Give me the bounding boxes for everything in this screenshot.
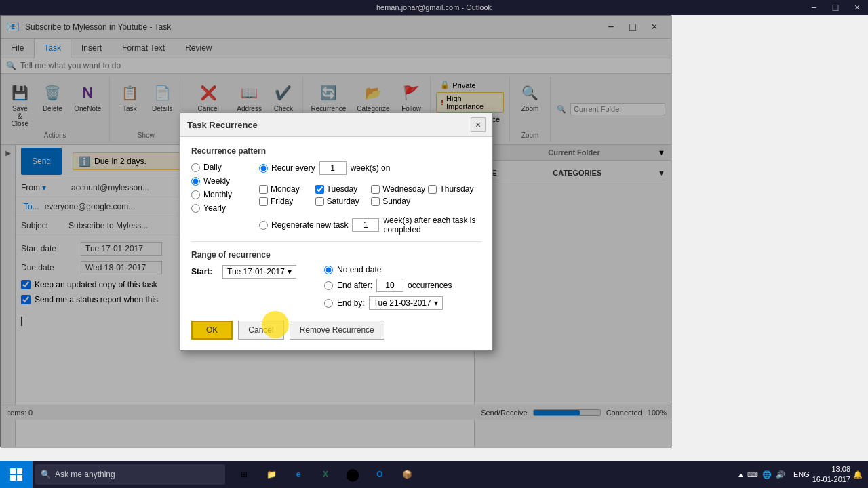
start-button[interactable]: [0, 461, 33, 488]
notification-bell-icon[interactable]: 🔔: [853, 470, 863, 479]
sunday-checkbox[interactable]: [371, 197, 380, 206]
daily-option[interactable]: Daily: [191, 163, 259, 172]
ok-button[interactable]: OK: [191, 321, 233, 340]
modal-overlay: Task Recurrence × Recurrence pattern Dai…: [1, 16, 672, 448]
wednesday-checkbox-label[interactable]: Wednesday: [371, 184, 425, 194]
daily-label: Daily: [203, 163, 222, 172]
no-end-date-radio[interactable]: [324, 266, 333, 274]
taskbar-outlook-icon[interactable]: O: [369, 461, 391, 488]
occurrences-input[interactable]: [376, 279, 403, 292]
thursday-checkbox[interactable]: [428, 185, 437, 194]
regenerate-radio-label[interactable]: Regenerate new task: [259, 220, 348, 230]
daily-radio[interactable]: [191, 163, 200, 172]
no-end-date-option[interactable]: No end date: [324, 265, 481, 274]
range-start-value: Tue 17-01-2017: [227, 267, 285, 277]
task-recurrence-dialog: Task Recurrence × Recurrence pattern Dai…: [180, 113, 493, 351]
yearly-radio[interactable]: [191, 204, 200, 213]
saturday-checkbox-label[interactable]: Saturday: [315, 197, 369, 206]
svg-rect-3: [17, 475, 22, 481]
wednesday-checkbox[interactable]: [371, 185, 380, 194]
dropdown-arrow-icon: ▾: [288, 267, 292, 277]
weekly-label: Weekly: [203, 176, 230, 186]
tray-up-arrow[interactable]: ▲: [737, 470, 745, 479]
taskbar-search[interactable]: 🔍 Ask me anything: [35, 464, 225, 485]
ok-label: OK: [206, 325, 218, 335]
yearly-option[interactable]: Yearly: [191, 203, 259, 213]
recur-every-row: Recur every week(s) on: [259, 161, 481, 175]
taskbar-file-icon[interactable]: 📁: [260, 461, 282, 488]
end-after-radio[interactable]: [324, 281, 333, 290]
weekly-option[interactable]: Weekly: [191, 176, 259, 186]
main-window: 📧 Subscribe to Mylesson in Youtube - Tas…: [0, 15, 671, 447]
dialog-titlebar: Task Recurrence ×: [180, 113, 492, 137]
taskbar-chrome-icon[interactable]: ⬤: [342, 461, 363, 488]
thursday-label: Thursday: [439, 184, 473, 194]
end-after-option[interactable]: End after: occurrences: [324, 279, 481, 292]
taskbar-clock[interactable]: 13:08 16-01-2017: [812, 464, 850, 485]
tuesday-label: Tuesday: [327, 184, 358, 194]
svg-rect-0: [10, 468, 16, 474]
tuesday-checkbox[interactable]: [315, 185, 324, 194]
monthly-option[interactable]: Monthly: [191, 190, 259, 199]
weekly-radio[interactable]: [191, 177, 200, 186]
recurrence-pattern-row: Daily Weekly Monthly Yearly: [191, 161, 481, 235]
regenerate-radio[interactable]: [259, 221, 268, 230]
dialog-close-button[interactable]: ×: [471, 117, 486, 132]
remove-recurrence-label: Remove Recurrence: [300, 325, 374, 335]
outer-title-bar: heman.johar@gmail.com - Outlook − □ ×: [0, 0, 868, 15]
search-placeholder: Ask me anything: [55, 470, 115, 479]
end-by-radio[interactable]: [324, 299, 333, 308]
outer-close[interactable]: ×: [846, 0, 868, 15]
sunday-checkbox-label[interactable]: Sunday: [371, 197, 425, 206]
sys-icons: ⌨ 🌐 🔊: [747, 470, 785, 479]
recurrence-pattern-title: Recurrence pattern: [191, 146, 481, 156]
volume-icon: 🔊: [776, 470, 785, 479]
taskbar-view-icon[interactable]: ⊞: [233, 461, 255, 488]
windows-logo-icon: [9, 468, 23, 481]
recur-every-radio[interactable]: [259, 164, 268, 173]
outer-minimize[interactable]: −: [803, 0, 825, 15]
end-after-label: End after:: [337, 281, 372, 290]
taskbar-extra-icon[interactable]: 📦: [396, 461, 418, 488]
taskbar-edge-icon[interactable]: e: [288, 461, 309, 488]
range-start: Start: Tue 17-01-2017 ▾: [191, 265, 313, 279]
regenerate-row: Regenerate new task week(s) after each t…: [259, 216, 481, 235]
regenerate-text: Regenerate new task: [271, 220, 348, 230]
clock-date: 16-01-2017: [812, 474, 850, 485]
thursday-checkbox-label[interactable]: Thursday: [428, 184, 481, 194]
dialog-buttons: OK Cancel Remove Recurrence: [191, 321, 481, 341]
end-by-dropdown[interactable]: Tue 21-03-2017 ▾: [369, 296, 443, 310]
end-by-dropdown-arrow: ▾: [434, 298, 438, 308]
dialog-body: Recurrence pattern Daily Weekly Monthly: [180, 137, 492, 350]
saturday-checkbox[interactable]: [315, 197, 324, 206]
recur-every-input[interactable]: [319, 161, 347, 175]
end-by-label: End by:: [337, 298, 365, 308]
taskbar-excel-icon[interactable]: X: [315, 461, 336, 488]
monday-checkbox[interactable]: [259, 185, 268, 194]
friday-checkbox[interactable]: [259, 197, 268, 206]
cancel-dialog-button[interactable]: Cancel: [238, 321, 283, 340]
range-title: Range of recurrence: [191, 250, 481, 260]
monday-checkbox-label[interactable]: Monday: [259, 184, 313, 194]
regenerate-input[interactable]: [352, 218, 379, 232]
language-indicator: ENG: [793, 470, 810, 479]
end-by-option[interactable]: End by: Tue 21-03-2017 ▾: [324, 296, 481, 310]
recur-every-radio-label[interactable]: Recur every: [259, 163, 315, 173]
clock-time: 13:08: [812, 464, 850, 474]
svg-rect-2: [10, 475, 16, 481]
sunday-label: Sunday: [382, 197, 410, 206]
recurrence-details: Recur every week(s) on Monday Tuesday: [259, 161, 481, 235]
svg-rect-1: [17, 468, 22, 474]
recur-every-text: Recur every: [271, 163, 315, 173]
outer-maximize[interactable]: □: [825, 0, 846, 15]
range-start-dropdown[interactable]: Tue 17-01-2017 ▾: [222, 265, 296, 279]
recurrence-options: Daily Weekly Monthly Yearly: [191, 161, 259, 213]
tuesday-checkbox-label[interactable]: Tuesday: [315, 184, 369, 194]
weeks-on-label: week(s) on: [351, 163, 391, 173]
monthly-radio[interactable]: [191, 190, 200, 199]
friday-checkbox-label[interactable]: Friday: [259, 197, 313, 206]
occurrences-suffix: occurrences: [408, 281, 452, 290]
monday-label: Monday: [271, 184, 300, 194]
remove-recurrence-button[interactable]: Remove Recurrence: [290, 321, 384, 340]
range-start-label: Start:: [191, 267, 218, 277]
